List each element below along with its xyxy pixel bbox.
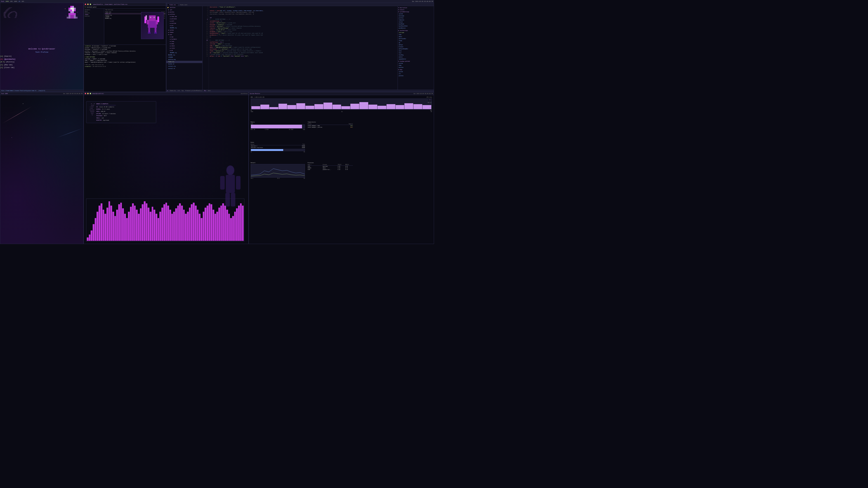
tree-install-sh[interactable]: install.sh (166, 68, 202, 70)
tree-wm[interactable]: ▶ wm (166, 50, 202, 52)
rp-bootmode[interactable]: bootMode (398, 23, 433, 25)
disks-section: Disks DeviceSize /dev/de-0 / 504GB /dev/… (251, 142, 305, 153)
proc-row-1: 2520Hyprland0.350.4% (308, 166, 353, 167)
rp-editor[interactable]: editor (398, 56, 433, 58)
disk-row-1: /dev/de-0 / 504GB (251, 145, 305, 147)
temps-header-device: Device (308, 123, 311, 125)
svg-rect-2 (68, 8, 70, 9)
neofetch-ascii: \\ // \\/\/ :://// ::/// \\://// \\\\// … (88, 103, 95, 122)
rp-timezone[interactable]: timezone (398, 19, 433, 21)
tree-patches[interactable]: ▶ patches (166, 11, 202, 13)
svg-rect-12 (68, 15, 70, 19)
tree-system[interactable]: ▶ system (166, 29, 202, 31)
tree-app[interactable]: ▶ app (166, 36, 202, 38)
fm-terminal: root@root:~$ hostname = "snowfire"; # ho… (84, 45, 166, 68)
tree-desktop-png[interactable]: desktop.png (166, 59, 202, 61)
tag2: 10S (22, 1, 24, 2)
memory-bar-container (251, 125, 305, 129)
character-silhouette (217, 165, 244, 210)
svg-rect-0 (70, 6, 72, 8)
tree-readme-profiles[interactable]: README.org (166, 27, 202, 29)
cpu-pct-low: 0% (341, 111, 342, 112)
processes-section: Processes PID(↓)ProcessCPU(%)MEM(%) 2520… (308, 162, 353, 170)
tree-work[interactable]: ▶ work (166, 20, 202, 22)
tree-install-org[interactable]: install.org (166, 65, 202, 68)
rp-defaultroamdir[interactable]: defaultRoamDir (398, 48, 433, 50)
rp-hostname[interactable]: hostname (398, 15, 433, 17)
svg-rect-3 (70, 8, 72, 9)
rp-pkgs-system[interactable]: system (398, 71, 433, 73)
tree-wsl[interactable]: ▶ wsl (166, 25, 202, 27)
tree-harden-sh[interactable]: harden.sh (166, 63, 202, 65)
tab-flake-lock[interactable]: flake.lock (178, 4, 189, 6)
tree-themes[interactable]: ▶ themes (166, 31, 202, 34)
disk-bar (251, 149, 283, 151)
rp-pkgs-patches[interactable]: patches (398, 75, 433, 77)
rp-np-patches[interactable]: patches (398, 66, 433, 68)
rp-system[interactable]: system (398, 13, 433, 15)
file-tree: 📁 .dotfiles ▶ .git ▶ patches ▼ profiles … (166, 6, 203, 90)
svg-rect-20 (149, 15, 156, 21)
svg-rect-36 (226, 175, 235, 193)
rp-wm[interactable]: wm (398, 42, 433, 44)
tree-homelab[interactable]: ▶ home.lab (166, 15, 202, 18)
temp-row-1: card0 (amdgpu): edge 49°C (308, 125, 353, 127)
svg-rect-4 (72, 8, 74, 9)
svg-rect-38 (236, 176, 241, 190)
tree-readme-root[interactable]: README.org (166, 54, 202, 56)
temps-label: Temperatures (308, 122, 353, 123)
status-scroll: Top (182, 90, 184, 92)
tree-flake-nix[interactable]: flake.nix (166, 61, 202, 63)
status-file: ● (167, 90, 168, 92)
rp-browser[interactable]: browser (398, 46, 433, 48)
rp-dotfilesdir[interactable]: dotfilesDir (398, 38, 433, 40)
max-btn[interactable] (90, 4, 91, 5)
tree-user[interactable]: ▼ user (166, 34, 202, 36)
rp-np-system[interactable]: system (398, 62, 433, 64)
rp-wmtype[interactable]: wmType (398, 44, 433, 46)
rp-spawneditor[interactable]: spawnEditor (398, 58, 433, 60)
rp-bootmountpath[interactable]: bootMountPath (398, 25, 433, 27)
tree-profiles[interactable]: ▼ profiles (166, 13, 202, 15)
cpu-pct-min: 0% (431, 111, 432, 112)
svg-rect-21 (148, 21, 157, 28)
rp-locale[interactable]: locale (398, 21, 433, 23)
q5-close[interactable] (85, 93, 86, 94)
tree-lang[interactable]: ▶ lang (166, 40, 202, 43)
svg-rect-16 (76, 17, 78, 19)
tree-worklab[interactable]: ▶ worklab (166, 22, 202, 25)
tree-pkgs[interactable]: ▶ pkgs (166, 43, 202, 45)
close-btn[interactable] (85, 4, 86, 5)
min-btn[interactable] (87, 4, 89, 5)
rp-term[interactable]: term (398, 50, 433, 52)
tree-personal[interactable]: ▶ personal (166, 18, 202, 20)
line-numbers: 123 456 78 91011 121314 151617 181920 21… (203, 6, 209, 90)
memory-section: Memory 100% RAM: 95 5.7618 / 02.2018 GiB (251, 122, 305, 130)
rp-email[interactable]: email (398, 36, 433, 38)
tree-license[interactable]: LICENSE (166, 56, 202, 59)
bg-scene-left: Tech 100% Sat 2024-03-09 05:06:00 PM (0, 92, 84, 244)
tab-flake-nix[interactable]: flake.nix (167, 4, 178, 6)
rp-font[interactable]: font (398, 52, 433, 54)
rp-profile[interactable]: profile (398, 17, 433, 19)
rp-name[interactable]: name (398, 34, 433, 36)
rp-username[interactable]: username (398, 32, 433, 34)
sysmon-window: System Monitor Sat 2024-03-09 05:06:00 P… (249, 92, 434, 244)
tree-style[interactable]: ▶ style (166, 47, 202, 50)
rp-outputs: ▼ outputs (398, 9, 433, 11)
tree-git[interactable]: ▶ .git (166, 9, 202, 11)
rp-np-name[interactable]: name (398, 64, 433, 66)
rp-fontpkg[interactable]: fontPkg (398, 54, 433, 56)
top-bar: Tech 100% 29% 100% 2S 10S Sat 2024-03-09… (0, 0, 434, 3)
tree-hardware[interactable]: ▶ hardware (166, 38, 202, 40)
rp-pkgs-src[interactable]: src (398, 73, 433, 75)
q5-min[interactable] (87, 93, 89, 94)
rp-grubdevice[interactable]: grubDevice (398, 27, 433, 29)
code-content[interactable]: description = "Flake of LibrePhoenix"; o… (209, 6, 398, 90)
tree-readme-user[interactable]: README.org (166, 52, 202, 54)
tree-shell[interactable]: ▶ shell (166, 45, 202, 47)
q5-max[interactable] (90, 93, 91, 94)
svg-rect-32 (155, 27, 156, 33)
q5-top-bar: emmet@snowfire1: distfetch (84, 92, 248, 95)
rp-theme[interactable]: theme (398, 40, 433, 42)
